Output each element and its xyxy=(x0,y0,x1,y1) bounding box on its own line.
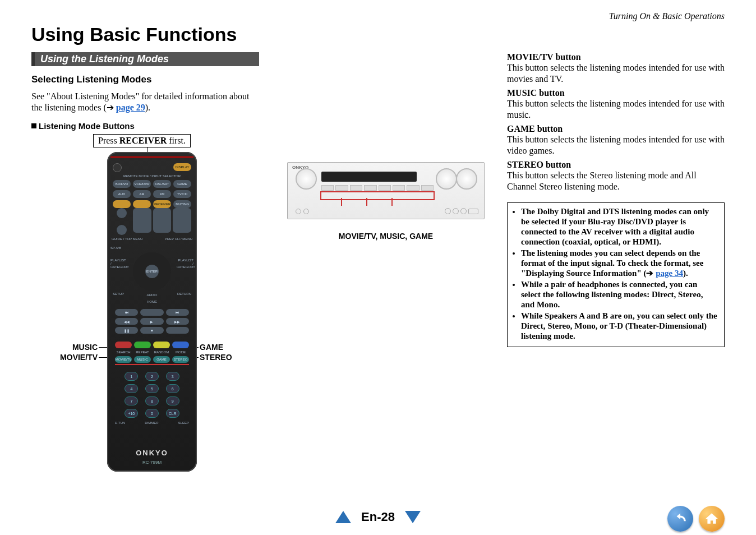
dpad: ENTER xyxy=(133,252,171,290)
tvcd-button: TV/CD xyxy=(173,190,191,198)
stop-button: ■ xyxy=(140,327,163,334)
remote-accent-bar xyxy=(110,156,193,158)
green-color-button xyxy=(134,342,151,348)
desc-music: This button selects the listening modes … xyxy=(507,98,725,121)
playlist-left-label: PLAYLIST / CATEGORY xyxy=(110,259,127,269)
avr-display xyxy=(321,172,417,182)
term-music: MUSIC button xyxy=(507,88,725,98)
enter-button: ENTER xyxy=(145,265,159,278)
term-game: GAME button xyxy=(507,124,725,134)
guide-label: GUIDE / TOP MENU xyxy=(112,237,142,241)
num-5: 5 xyxy=(145,384,159,393)
intro-text-2: ). xyxy=(145,103,150,112)
display-button: DISPLAY xyxy=(173,163,191,171)
volume-knob xyxy=(456,168,477,190)
muting-button: MUTING xyxy=(173,200,191,208)
return-label: RETURN xyxy=(177,292,191,296)
color-row xyxy=(115,342,189,348)
dimmer-label: DIMMER xyxy=(145,421,158,425)
dpad-area: ENTER xyxy=(107,252,197,291)
bddvd-button: BD/DVD xyxy=(113,180,131,188)
receiver-blank2 xyxy=(133,200,151,208)
disc-album-rocker xyxy=(153,208,172,233)
cblsat-button: CBL/SAT xyxy=(153,180,171,188)
num-7: 7 xyxy=(125,396,138,405)
num-6: 6 xyxy=(166,384,179,393)
remote-body: DISPLAY REMOTE MODE / INPUT SELECTOR BD/… xyxy=(107,152,197,472)
stereo-mode-button: STEREO xyxy=(172,356,189,363)
content-columns: Using the Listening Modes Selecting List… xyxy=(31,52,725,485)
num-3: 3 xyxy=(166,372,179,381)
plus-left xyxy=(117,208,127,218)
back-button[interactable] xyxy=(667,506,693,532)
press-prefix: Press xyxy=(98,136,119,145)
receiver-blank1 xyxy=(113,200,131,208)
middle-column: ONKYO MOVIE/TV, MUSIC, GAME xyxy=(282,52,485,485)
skip-back-button: ⏮ xyxy=(115,309,138,316)
sleep-label: SLEEP xyxy=(178,421,189,425)
home-button[interactable] xyxy=(699,506,725,532)
num-clr: CLR xyxy=(166,409,179,418)
avr-btn xyxy=(393,185,405,191)
avr-leader-1 xyxy=(341,198,342,206)
power-knob xyxy=(296,168,317,190)
note-3: While a pair of headphones is connected,… xyxy=(521,279,718,310)
vol-rocker xyxy=(173,208,191,233)
page-29-link[interactable]: page 29 xyxy=(116,103,145,112)
sub-heading: Selecting Listening Modes xyxy=(31,74,259,85)
num-9: 9 xyxy=(166,396,179,405)
page-number: En-28 xyxy=(361,510,395,524)
game-input-button: GAME xyxy=(173,180,191,188)
search-label: SEARCH xyxy=(115,350,132,354)
press-bold: RECEIVER xyxy=(119,136,167,145)
spab-label: SP A/B xyxy=(110,246,121,250)
back-arrow-icon xyxy=(673,511,688,526)
avr-front-panel: ONKYO xyxy=(287,162,485,219)
avr-btn xyxy=(407,185,419,191)
press-receiver-box: Press RECEIVER first. xyxy=(93,134,191,147)
page-title: Using Basic Functions xyxy=(31,24,725,45)
rew-button: ◀◀ xyxy=(115,318,138,325)
prev-page-icon[interactable] xyxy=(335,511,351,523)
num-2: 2 xyxy=(145,372,159,381)
page-34-link[interactable]: page 34 xyxy=(656,269,683,278)
mode-row-underline xyxy=(115,364,189,365)
pause-button: ❚❚ xyxy=(115,327,138,334)
avr-caption: MOVIE/TV, MUSIC, GAME xyxy=(287,232,485,241)
remote-diagram: Press RECEIVER first. MUSIC MOVIE/TV GAM… xyxy=(31,137,259,485)
square-bullet-icon xyxy=(31,123,36,128)
repeat-label: REPEAT xyxy=(134,350,151,354)
avr-button-row xyxy=(321,185,434,191)
vcrdvr-button: VCR/DVR xyxy=(133,180,151,188)
receiver-button: RECEIVER xyxy=(153,200,171,208)
nav-icons xyxy=(667,506,725,532)
remote-model: RC-799M xyxy=(107,460,197,465)
remote-top-grid: DISPLAY REMOTE MODE / INPUT SELECTOR BD/… xyxy=(113,163,191,208)
mode-label: MODE xyxy=(172,350,189,354)
listening-mode-buttons-label: Listening Mode Buttons xyxy=(39,121,135,131)
link-arrow: ➔ xyxy=(107,103,116,112)
callout-stereo: STEREO xyxy=(200,353,232,362)
num-4: 4 xyxy=(125,384,138,393)
avr-highlight-box xyxy=(320,191,435,200)
num-8: 8 xyxy=(145,396,159,405)
definitions: MOVIE/TV button This button selects the … xyxy=(507,52,725,192)
dtun-label: D.TUN xyxy=(115,421,125,425)
prevch-label: PREV CH / MENU xyxy=(165,237,192,241)
left-column: Using the Listening Modes Selecting List… xyxy=(31,52,259,485)
blue-color-button xyxy=(172,342,189,348)
note-2-arrow: ➔ xyxy=(646,269,656,278)
right-column: MOVIE/TV button This button selects the … xyxy=(507,52,725,485)
playlist-right-label: PLAYLIST / CATEGORY xyxy=(177,259,193,269)
term-movietv: MOVIE/TV button xyxy=(507,52,725,62)
selector-label: REMOTE MODE / INPUT SELECTOR xyxy=(113,174,191,178)
desc-movietv: This button selects the listening modes … xyxy=(507,62,725,85)
press-suffix: first. xyxy=(167,136,186,145)
num-0: 0 xyxy=(145,409,159,418)
mode-upper-labels: SEARCH REPEAT RANDOM MODE xyxy=(115,350,189,354)
listening-mode-buttons-heading: Listening Mode Buttons xyxy=(31,121,259,131)
desc-stereo: This button selects the Stereo listening… xyxy=(507,170,725,192)
avr-btn xyxy=(335,185,348,191)
next-page-icon[interactable] xyxy=(405,511,421,523)
notes-box: The Dolby Digital and DTS listening mode… xyxy=(507,202,725,347)
